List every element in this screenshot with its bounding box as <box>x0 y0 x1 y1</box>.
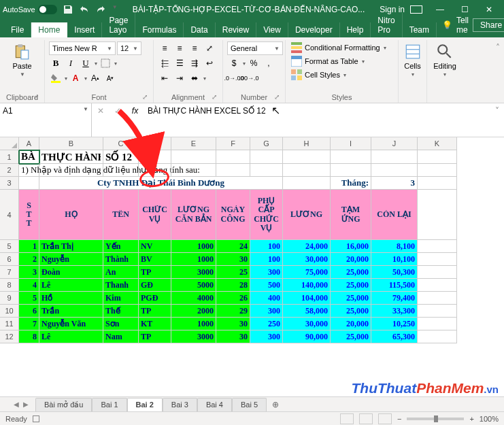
cell-lcb[interactable]: 5000 <box>171 279 216 292</box>
column-header[interactable]: I <box>331 137 371 150</box>
cell[interactable] <box>418 190 457 240</box>
zoom-out-icon[interactable]: − <box>397 415 401 423</box>
cell[interactable] <box>418 266 457 279</box>
cell-cl[interactable]: 50,300 <box>371 266 418 279</box>
cell-pc[interactable]: 400 <box>250 292 283 305</box>
normal-view-icon[interactable] <box>340 413 354 424</box>
tab-team[interactable]: Team <box>403 22 437 37</box>
row-header[interactable]: 1 <box>0 150 19 164</box>
cell-stt[interactable]: 8 <box>19 330 39 343</box>
cell-ho[interactable]: Lê <box>39 279 103 292</box>
table-header[interactable]: PHỤ CẤP CHỨC VỤ <box>250 190 283 240</box>
cell-stt[interactable]: 5 <box>19 292 39 305</box>
cell-ten[interactable]: Kim <box>103 292 139 305</box>
cell-cl[interactable]: 10,250 <box>371 318 418 330</box>
redo-icon[interactable] <box>95 4 106 15</box>
cell-tu[interactable]: 25,000 <box>331 266 371 279</box>
column-header[interactable]: B <box>39 137 103 150</box>
fill-color-button[interactable] <box>49 71 63 85</box>
cell-tu[interactable]: 25,000 <box>331 279 371 292</box>
cell-ten[interactable]: Sơn <box>103 318 139 330</box>
cell-cl[interactable]: 8,100 <box>371 240 418 253</box>
align-bottom-icon[interactable]: ≡ <box>188 41 201 55</box>
cell-nc[interactable]: 24 <box>216 240 250 253</box>
number-launcher-icon[interactable]: ⤢ <box>273 93 281 101</box>
cell-pc[interactable]: 250 <box>250 318 283 330</box>
row-header[interactable]: 2 <box>0 164 19 177</box>
cell[interactable] <box>418 318 457 330</box>
fx-icon[interactable]: fx <box>132 106 138 116</box>
table-header[interactable]: S T T <box>19 190 39 240</box>
cell-luong[interactable]: 58,000 <box>283 305 331 318</box>
percent-format-icon[interactable]: % <box>247 56 261 70</box>
cell-ho[interactable]: Hồ <box>39 292 103 305</box>
tab-view[interactable]: View <box>256 22 288 37</box>
cell[interactable] <box>331 164 371 177</box>
align-left-icon[interactable]: ⬱ <box>158 56 171 70</box>
tab-scroll-left-icon[interactable]: ◀ <box>14 401 19 408</box>
company-name[interactable]: Cty TNHH Đại Thái Bình Dương <box>39 177 283 190</box>
row-header[interactable]: 9 <box>0 292 19 305</box>
table-header[interactable]: TẠM ỨNG <box>331 190 371 240</box>
tab-formulas[interactable]: Formulas <box>135 22 184 37</box>
cell-cl[interactable]: 10,100 <box>371 253 418 266</box>
italic-button[interactable]: I <box>64 56 78 70</box>
number-format-selector[interactable]: General▼ <box>227 41 283 55</box>
row-header[interactable]: 11 <box>0 318 19 330</box>
table-header[interactable]: CHỨC VỤ <box>139 190 171 240</box>
cell[interactable] <box>283 177 331 190</box>
row-header[interactable]: 4 <box>0 190 19 240</box>
cell-nc[interactable]: 26 <box>216 292 250 305</box>
column-header[interactable]: A <box>19 137 39 150</box>
cell-ten[interactable]: Yến <box>103 240 139 253</box>
column-header[interactable]: E <box>171 137 216 150</box>
cell-tu[interactable]: 20,000 <box>331 253 371 266</box>
macro-record-icon[interactable] <box>33 415 39 422</box>
cell-stt[interactable]: 7 <box>19 318 39 330</box>
table-header[interactable]: HỌ <box>39 190 103 240</box>
conditional-formatting-button[interactable]: Conditional Formatting▾ <box>290 41 388 54</box>
page-layout-view-icon[interactable] <box>359 413 373 424</box>
sheet-tab[interactable]: Bai 1 <box>92 398 127 411</box>
decrease-font-icon[interactable]: A▾ <box>103 71 117 85</box>
cell-luong[interactable]: 24,000 <box>283 240 331 253</box>
save-icon[interactable] <box>63 4 73 15</box>
cell-tu[interactable]: 25,000 <box>331 292 371 305</box>
table-header[interactable]: LƯƠNG CĂN BẢN <box>171 190 216 240</box>
cell-cv[interactable]: TP <box>139 266 171 279</box>
row-header[interactable]: 12 <box>0 330 19 343</box>
column-header[interactable]: H <box>283 137 331 150</box>
cell-cv[interactable]: TP <box>139 305 171 318</box>
chevron-down-icon[interactable]: ▾ <box>114 61 117 67</box>
collapse-ribbon-icon[interactable]: ˄ <box>492 40 504 103</box>
font-launcher-icon[interactable]: ⤢ <box>141 93 149 101</box>
cell-lcb[interactable]: 1000 <box>171 240 216 253</box>
cell-luong[interactable]: 140,000 <box>283 279 331 292</box>
row-header[interactable]: 6 <box>0 253 19 266</box>
select-all-button[interactable] <box>0 137 19 150</box>
cell-pc[interactable]: 500 <box>250 279 283 292</box>
cell-ten[interactable]: Thế <box>103 305 139 318</box>
borders-button[interactable] <box>99 56 112 70</box>
cell[interactable] <box>331 150 371 164</box>
cell-pc[interactable]: 300 <box>250 266 283 279</box>
column-header[interactable]: J <box>371 137 418 150</box>
chevron-down-icon[interactable]: ▾ <box>94 61 97 67</box>
increase-font-icon[interactable]: A▴ <box>88 71 102 85</box>
undo-icon[interactable] <box>79 4 90 15</box>
tab-insert[interactable]: Insert <box>67 22 102 37</box>
cell-ho[interactable]: Trần <box>39 305 103 318</box>
ribbon-display-icon[interactable] <box>410 5 422 14</box>
cell-nc[interactable]: 30 <box>216 330 250 343</box>
cell[interactable] <box>171 150 216 164</box>
merge-center-icon[interactable]: ⬌ <box>188 71 201 85</box>
align-right-icon[interactable]: ⇶ <box>188 56 201 70</box>
orientation-icon[interactable]: ⤢ <box>203 41 216 55</box>
accounting-format-icon[interactable]: $ <box>227 56 241 70</box>
font-name-selector[interactable]: Times New R▼ <box>49 41 116 55</box>
cell-styles-button[interactable]: Cell Styles▾ <box>290 69 348 81</box>
cell-ho[interactable]: Nguyễn Văn <box>39 318 103 330</box>
sheet-tab[interactable]: Bai 3 <box>163 398 197 411</box>
cell[interactable] <box>19 177 39 190</box>
cell-tu[interactable]: 16,000 <box>331 240 371 253</box>
